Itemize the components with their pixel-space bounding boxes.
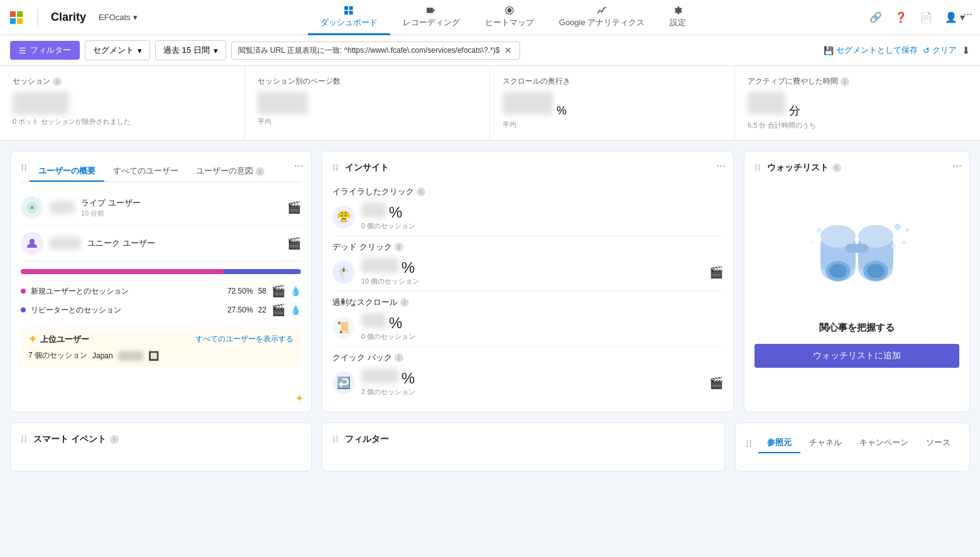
video-icon[interactable]: 🎬 — [709, 265, 723, 279]
unique-users-label: ユニーク ユーザー — [87, 238, 281, 249]
quick-back-section: クイック バック i ↩️ % 2 個のセッション 🎬 — [332, 347, 723, 402]
save-segment-button[interactable]: 💾 セグメントとして保存 — [824, 45, 918, 56]
svg-rect-22 — [846, 244, 868, 253]
active-time-number — [748, 92, 785, 114]
dead-click-title: デッド クリック i — [332, 241, 723, 253]
metrics-row: セッション i 0 ボット セッションが除外されました セッション別のページ数 … — [0, 66, 980, 141]
nav-dashboard[interactable]: ダッシュボード — [308, 0, 390, 35]
active-time-value: 分 — [748, 92, 967, 118]
angry-click-row: 😤 % 0 個のセッション — [332, 202, 723, 231]
binoculars-svg — [800, 199, 913, 299]
settings-icon — [672, 5, 684, 16]
watchlist-add-button[interactable]: ウォッチリストに追加 — [754, 344, 959, 368]
video-icon[interactable]: 🎬 — [287, 201, 301, 214]
top-users-header: ✦ 上位ユーザー すべてのユーザーを表示する — [28, 333, 293, 345]
nav-analytics[interactable]: Google アナリティクス — [547, 0, 658, 35]
filters-header: ⁞⁞ フィルター — [332, 433, 714, 445]
sessions-number — [13, 92, 69, 114]
video-icon[interactable]: 🎬 — [271, 284, 285, 298]
nav-settings[interactable]: 設定 — [657, 0, 699, 35]
star-icon: ✦ — [28, 333, 36, 345]
tab-sources[interactable]: ソース — [917, 433, 959, 453]
video-icon[interactable]: 🎬 — [271, 303, 285, 317]
header: Clarity EFOcats ▾ ダッシュボード レコーディング ヒートマップ… — [0, 0, 980, 35]
insights-card: ⁞⁞ インサイト ··· イライラしたクリック i 😤 % — [322, 151, 734, 412]
cards-row: ⁞⁞ ユーザーの概要 すべてのユーザー ユーザーの意図 i ··· — [10, 151, 970, 412]
user-bar — [21, 269, 301, 274]
card-menu-button[interactable]: ··· — [294, 159, 303, 172]
insights-header: ⁞⁞ インサイト — [332, 162, 723, 174]
legend-ret-dot — [21, 307, 26, 312]
bar-new — [21, 269, 224, 274]
filter-icon: ☰ — [19, 46, 26, 55]
filter-button[interactable]: ☰ フィルター — [10, 41, 80, 60]
info-icon: i — [256, 167, 264, 176]
sessions-sub: 0 ボット セッションが除外されました — [13, 117, 232, 126]
quick-back-title: クイック バック i — [332, 352, 723, 363]
tab-user-intent[interactable]: ユーザーの意図 i — [187, 162, 273, 182]
drag-handle: ⁞⁞ — [746, 438, 752, 449]
metric-scroll: スクロールの奥行き % 平均 — [490, 66, 735, 140]
pages-value — [258, 92, 477, 114]
tab-all-users[interactable]: すべてのユーザー — [104, 162, 187, 182]
refresh-icon: ↺ — [923, 46, 930, 55]
drag-handle: ⁞⁞ — [754, 162, 761, 174]
legend-new-dot — [21, 289, 26, 294]
back-pct-blurred — [361, 368, 399, 383]
drag-handle: ⁞⁞ — [332, 162, 339, 174]
share-button[interactable]: 🔗 — [864, 8, 887, 27]
scroll-label: スクロールの奥行き — [503, 76, 722, 87]
main-nav: ダッシュボード レコーディング ヒートマップ Google アナリティクス 設定 — [150, 0, 857, 35]
smart-events-card: ⁞⁞ スマート イベント i ··· — [10, 422, 312, 472]
scroll-pct-symbol: % — [389, 314, 402, 332]
filter-tag: 閲覧済み URL 正規表現に一致: ^https://www\.fcafe\.c… — [231, 41, 521, 60]
pages-sub: 平均 — [258, 117, 477, 126]
notifications-button[interactable]: 📄 — [915, 8, 937, 27]
sessions-value — [13, 92, 232, 114]
watchlist-illustration — [754, 186, 959, 312]
card-menu-button[interactable]: ··· — [716, 159, 726, 172]
bar-returning — [224, 269, 301, 274]
help-button[interactable]: ❓ — [890, 8, 912, 27]
watchlist-cta-title: 関心事を把握する — [754, 322, 959, 334]
video-icon[interactable]: 🎬 — [709, 376, 723, 390]
metric-sessions: セッション i 0 ボット セッションが除外されました — [0, 66, 245, 140]
excessive-scroll-row: 📜 % 0 個のセッション — [332, 313, 723, 341]
tab-user-overview[interactable]: ユーザーの概要 — [30, 162, 104, 182]
card-menu-button[interactable]: ··· — [952, 159, 962, 172]
scroll-sub: 平均 — [503, 120, 722, 130]
unique-count — [50, 237, 81, 250]
live-count — [50, 201, 75, 214]
watchlist-card: ⁞⁞ ウォッチリスト i ··· — [744, 151, 970, 412]
download-button[interactable]: ⬇ — [962, 45, 970, 57]
info-icon: i — [110, 435, 119, 444]
segment-button[interactable]: セグメント ▾ — [85, 40, 150, 60]
card-menu-button[interactable]: ··· — [963, 8, 972, 21]
microsoft-logo — [10, 11, 23, 24]
chevron-down-icon: ▾ — [138, 46, 142, 55]
svg-point-29 — [810, 241, 814, 245]
drop-icon: 💧 — [290, 305, 301, 315]
remove-filter-button[interactable]: ✕ — [503, 45, 513, 55]
nav-heatmap[interactable]: ヒートマップ — [472, 0, 547, 35]
pages-number — [258, 92, 308, 114]
legend-new-label: 新規ユーザーとのセッション — [21, 286, 129, 297]
legend-returning: リピーターとのセッション 27.50% 22 🎬 💧 — [21, 301, 301, 319]
tab-campaigns[interactable]: キャンペーン — [851, 433, 917, 453]
filters-title: フィルター — [345, 434, 389, 445]
legend-new: 新規ユーザーとのセッション 72.50% 58 🎬 💧 — [21, 282, 301, 301]
video-icon[interactable]: 🎬 — [287, 236, 301, 250]
heatmap-icon — [503, 5, 516, 16]
clear-button[interactable]: ↺ クリア — [923, 45, 957, 56]
tab-channels[interactable]: チャネル — [800, 433, 851, 453]
timerange-button[interactable]: 過去 15 日間 ▾ — [155, 40, 226, 60]
nav-recording[interactable]: レコーディング — [390, 0, 472, 35]
tab-referrers[interactable]: 参照元 — [758, 433, 800, 453]
tenant-selector[interactable]: EFOcats ▾ — [94, 10, 143, 25]
dead-sessions: 10 個のセッション — [361, 277, 419, 286]
top-user-action[interactable]: 🔲 — [148, 351, 159, 361]
svg-point-25 — [891, 243, 896, 248]
top-user-id-blurred — [118, 351, 143, 361]
angry-pct-symbol: % — [389, 204, 402, 221]
top-users-link[interactable]: すべてのユーザーを表示する — [195, 334, 293, 345]
